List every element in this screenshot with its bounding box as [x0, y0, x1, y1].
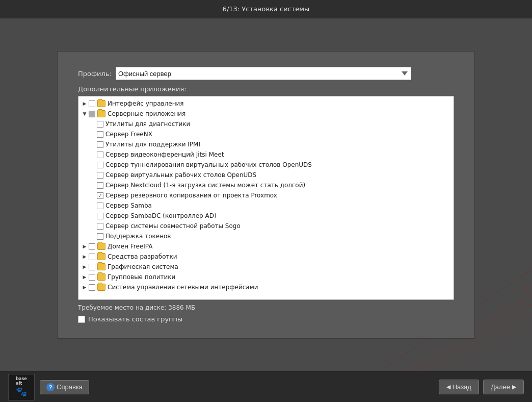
tree-item-label: Система управления сетевыми интерфейсами [108, 284, 258, 291]
tree-checkbox[interactable] [97, 223, 103, 230]
tree-item-label: Сервер FreeNX [105, 131, 152, 138]
tree-item-label: Сервер системы совместной работы Sogo [105, 222, 241, 230]
tree-arrow-icon[interactable] [81, 283, 89, 291]
tree-checkbox[interactable] [97, 121, 103, 128]
tree-checkbox[interactable] [89, 100, 95, 107]
profile-row: Профиль: Офисный сервер [78, 67, 454, 80]
tree-item[interactable]: Утилиты для поддержки IPMI [78, 139, 454, 149]
tree-checkbox[interactable] [89, 111, 95, 117]
tree-item-label: Серверные приложения [108, 110, 185, 117]
tree-item[interactable]: Средства разработки [78, 252, 454, 262]
tree-item[interactable]: Сервер Samba [78, 200, 454, 211]
tree-arrow-icon[interactable] [81, 263, 89, 271]
next-arrow-icon: ▶ [512, 384, 516, 390]
profile-select[interactable]: Офисный сервер [116, 67, 411, 80]
bottom-left: basealt 🐾 ? Справка [8, 374, 89, 400]
tree-arrow-icon[interactable] [81, 110, 89, 118]
bottom-right: ◀ Назад Далее ▶ [439, 380, 524, 394]
tree-checkbox[interactable] [97, 152, 103, 158]
tree-item[interactable]: Сервер видеоконференций Jitsi Meet [78, 149, 454, 160]
tree-item-label: Сервер видеоконференций Jitsi Meet [105, 151, 224, 158]
tree-item[interactable]: Интерфейс управления [78, 98, 454, 109]
tree-checkbox[interactable] [89, 243, 95, 250]
tree-item[interactable]: Серверные приложения [78, 109, 454, 119]
tree-item[interactable]: Графическая система [78, 262, 454, 272]
tree-checkbox[interactable] [97, 192, 103, 199]
tree-item-label: Сервер резервного копирования от проекта… [105, 192, 277, 199]
tree-item-label: Сервер виртуальных рабочих столов OpenUD… [105, 171, 256, 179]
profile-label: Профиль: [78, 70, 112, 78]
tree-item[interactable]: Сервер FreeNX [78, 129, 454, 139]
logo-icon: 🐾 [16, 386, 27, 397]
tree-item-label: Домен FreeIPA [108, 243, 153, 250]
content-panel: Профиль: Офисный сервер Дополнительные п… [57, 51, 475, 339]
tree-item[interactable]: Система управления сетевыми интерфейсами [78, 282, 454, 292]
next-button[interactable]: Далее ▶ [483, 380, 524, 394]
title-bar: 6/13: Установка системы [0, 0, 532, 18]
svg-point-5 [524, 284, 530, 290]
tree-arrow-icon[interactable] [81, 273, 89, 281]
tree-item-label: Интерфейс управления [108, 100, 184, 107]
back-arrow-icon: ◀ [446, 384, 450, 390]
tree-checkbox[interactable] [89, 274, 95, 281]
help-label: Справка [57, 383, 83, 391]
tree-item[interactable]: Домен FreeIPA [78, 241, 454, 252]
tree-checkbox[interactable] [89, 284, 95, 291]
tree-arrow-icon[interactable] [81, 253, 89, 261]
tree-item[interactable]: Сервер Nextcloud (1-я загрузка системы м… [78, 180, 454, 190]
tree-item-label: Поддержка токенов [105, 233, 171, 240]
tree-checkbox[interactable] [97, 182, 103, 189]
help-button[interactable]: ? Справка [40, 380, 89, 394]
tree-item-label: Сервер Nextcloud (1-я загрузка системы м… [105, 182, 305, 189]
back-button[interactable]: ◀ Назад [439, 380, 479, 394]
tree-checkbox[interactable] [97, 213, 103, 219]
tree-checkbox[interactable] [97, 203, 103, 209]
folder-icon [97, 284, 105, 291]
tree-item-label: Средства разработки [108, 253, 177, 260]
help-icon: ? [46, 383, 55, 391]
tree-item-label: Графическая система [108, 263, 178, 270]
tree-item[interactable]: Сервер виртуальных рабочих столов OpenUD… [78, 170, 454, 180]
tree-item[interactable]: Утилиты для диагностики [78, 119, 454, 129]
tree-item[interactable]: Сервер системы совместной работы Sogo [78, 221, 454, 231]
bottom-bar: basealt 🐾 ? Справка ◀ Назад Далее ▶ [0, 371, 532, 402]
back-label: Назад [453, 383, 471, 391]
title-text: 6/13: Установка системы [223, 5, 310, 13]
folder-icon [97, 273, 105, 281]
additional-apps-label: Дополнительные приложения: [78, 85, 454, 93]
tree-item[interactable]: Сервер туннелирования виртуальных рабочи… [78, 160, 454, 170]
main-area: Профиль: Офисный сервер Дополнительные п… [0, 18, 532, 371]
tree-item-label: Утилиты для диагностики [105, 120, 190, 128]
logo: basealt 🐾 [8, 374, 35, 400]
tree-arrow-icon[interactable] [81, 242, 89, 250]
tree-checkbox[interactable] [97, 233, 103, 240]
tree-checkbox[interactable] [89, 254, 95, 260]
tree-item-label: Сервер туннелирования виртуальных рабочи… [105, 161, 312, 168]
tree-checkbox[interactable] [89, 264, 95, 270]
tree-arrow-icon[interactable] [81, 99, 89, 108]
folder-icon [97, 243, 105, 250]
tree-item-label: Утилиты для поддержки IPMI [105, 141, 200, 148]
next-label: Далее [491, 383, 510, 391]
tree-checkbox[interactable] [97, 172, 103, 179]
tree-checkbox[interactable] [97, 141, 103, 148]
tree-item[interactable]: Поддержка токенов [78, 231, 454, 241]
show-group-row: Показывать состав группы [78, 315, 454, 323]
tree-item-label: Групповые политики [108, 273, 175, 281]
tree-item[interactable]: Сервер резервного копирования от проекта… [78, 190, 454, 200]
logo-top-text: basealt [16, 377, 26, 386]
tree-item[interactable]: Групповые политики [78, 272, 454, 282]
show-group-checkbox[interactable] [78, 316, 85, 323]
disk-space-label: Требуемое место на диске: 3886 МБ [78, 304, 454, 311]
tree-checkbox[interactable] [97, 162, 103, 168]
folder-icon [97, 253, 105, 260]
folder-icon [97, 110, 105, 117]
tree-item-label: Сервер Samba [105, 202, 152, 209]
tree-container[interactable]: Интерфейс управленияСерверные приложения… [78, 96, 454, 300]
folder-icon [97, 100, 105, 107]
show-group-label: Показывать состав группы [88, 315, 182, 323]
folder-icon [97, 263, 105, 270]
tree-item-label: Сервер SambaDC (контроллер AD) [105, 212, 217, 219]
tree-checkbox[interactable] [97, 131, 103, 138]
tree-item[interactable]: Сервер SambaDC (контроллер AD) [78, 211, 454, 221]
